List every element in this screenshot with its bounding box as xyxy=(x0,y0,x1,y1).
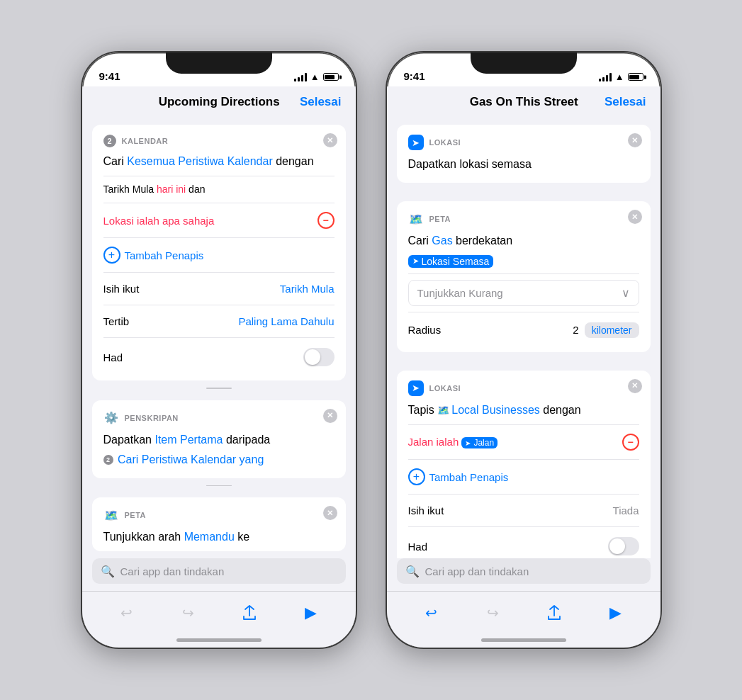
radius-value: 2 xyxy=(573,324,578,336)
gas-link[interactable]: Gas xyxy=(432,235,452,247)
sort-value-1[interactable]: Tarikh Mula xyxy=(280,283,335,295)
drag-handle-2 xyxy=(206,485,232,487)
gear-icon: ⚙️ xyxy=(103,410,119,426)
add-filter-label-1[interactable]: Tambah Penapis xyxy=(125,249,204,261)
maps-close-btn-1[interactable]: ✕ xyxy=(323,506,337,520)
divider-3 xyxy=(103,237,335,238)
location-icon-1: ➤ xyxy=(408,135,424,150)
search-bar-1[interactable]: 🔍 Cari app dan tindakan xyxy=(92,558,346,584)
home-indicator-2 xyxy=(481,638,566,642)
location-close-btn-1[interactable]: ✕ xyxy=(628,133,642,147)
hari-ini-link[interactable]: hari ini xyxy=(157,184,186,195)
divider-9 xyxy=(408,424,639,425)
lokasi-semasa-badge[interactable]: ➤ Lokasi Semasa xyxy=(408,254,639,268)
maps-label-2: PETA xyxy=(429,215,451,223)
status-time-2: 9:41 xyxy=(404,70,425,82)
sort-row-1: Isih ikut Tarikh Mula xyxy=(103,278,335,299)
maps-card-1: 🗺️ PETA ✕ Tunjukkan arah Memandu ke xyxy=(92,497,346,551)
nav-bar-2: Gas On This Street Selesai xyxy=(387,86,661,118)
page-title-1: Upcoming Directions xyxy=(159,95,280,109)
item-pertama-link[interactable]: Item Pertama xyxy=(154,434,223,446)
dropdown-row-1[interactable]: Tunjukkan Kurang ∨ xyxy=(408,280,639,306)
status-time-1: 9:41 xyxy=(99,70,120,82)
daripada-text: daripada xyxy=(223,434,270,446)
notch-2 xyxy=(471,52,577,74)
calendar-close-btn[interactable]: ✕ xyxy=(323,133,337,147)
calendar-card: 2 KALENDAR ✕ Cari Kesemua Peristiwa Kale… xyxy=(92,125,346,380)
jalan-badge[interactable]: ➤ Jalan xyxy=(461,437,498,448)
play-button-2[interactable]: ▶ xyxy=(602,600,628,626)
play-button-1[interactable]: ▶ xyxy=(298,600,323,626)
add-filter-plus-2[interactable]: + xyxy=(408,468,425,485)
calendar-card-header: 2 KALENDAR xyxy=(103,135,335,147)
signal-icon-2 xyxy=(599,73,612,81)
wifi-icon-2: ▲ xyxy=(615,72,624,82)
nav-bar-1: Upcoming Directions Selesai xyxy=(82,86,356,118)
ke-text: ke xyxy=(235,531,249,543)
sort-label-1: Isih ikut xyxy=(103,283,140,295)
dengan-text-2: dengan xyxy=(540,404,581,416)
search-bar-2[interactable]: 🔍 Cari app dan tindakan xyxy=(397,558,651,584)
tarikh-prefix: Tarikh Mula xyxy=(103,184,157,195)
lokasi-label-2: LOKASI xyxy=(429,384,461,393)
divider-10 xyxy=(408,459,639,460)
done-button-2[interactable]: Selesai xyxy=(605,95,646,109)
redo-button-1: ↪ xyxy=(175,600,201,626)
limit-row-1: Had xyxy=(103,344,335,371)
cari-peristiwa-link[interactable]: Cari Peristiwa Kalendar yang xyxy=(118,453,264,465)
cari-text: Cari xyxy=(103,155,128,167)
location-card-header-2: ➤ LOKASI xyxy=(408,380,639,396)
limit-toggle-2[interactable] xyxy=(608,537,639,555)
phone-content-2: ➤ LOKASI ✕ Dapatkan lokasi semasa 🗺️ PET… xyxy=(387,118,661,591)
sort-row-2: Isih ikut Tiada xyxy=(408,500,639,521)
share-button-1[interactable] xyxy=(237,600,262,626)
maps-close-btn-2[interactable]: ✕ xyxy=(628,210,642,224)
divider-4 xyxy=(103,272,335,273)
calendar-badge: 2 xyxy=(103,135,116,147)
share-button-2[interactable] xyxy=(541,600,567,626)
radius-unit-pill[interactable]: kilometer xyxy=(585,322,639,338)
local-businesses-link[interactable]: Local Businesses xyxy=(451,402,540,419)
divider-1 xyxy=(103,176,335,176)
limit-label-2: Had xyxy=(408,541,428,553)
phone-2: 9:41 ▲ Gas On This Street Selesai ➤ xyxy=(386,51,662,649)
filter-text-1[interactable]: Lokasi ialah apa sahaja xyxy=(103,215,215,227)
undo-button-1: ↩ xyxy=(114,600,140,626)
battery-icon-2 xyxy=(628,73,643,81)
calendar-card-text: Cari Kesemua Peristiwa Kalendar dengan xyxy=(103,153,335,170)
local-businesses-badge[interactable]: 🗺️Local Businesses xyxy=(437,402,540,419)
radius-label: Radius xyxy=(408,324,442,336)
location-close-btn-2[interactable]: ✕ xyxy=(628,379,642,393)
scripting-card: ⚙️ PENSKRIPAN ✕ Dapatkan Item Pertama da… xyxy=(92,400,346,478)
undo-button-2[interactable]: ↩ xyxy=(419,600,444,626)
kesemua-peristiwa-link[interactable]: Kesemua Peristiwa Kalendar xyxy=(127,155,272,167)
phone-content-1: 2 KALENDAR ✕ Cari Kesemua Peristiwa Kale… xyxy=(82,118,356,591)
scripting-close-btn[interactable]: ✕ xyxy=(323,409,337,423)
cari-gas-text: Cari Gas berdekatan xyxy=(408,232,639,249)
memandu-link[interactable]: Memandu xyxy=(184,531,235,543)
filter-row-2: Jalan ialah ➤ Jalan − xyxy=(408,431,639,453)
divider-5 xyxy=(103,305,335,305)
dengan-text: dengan xyxy=(273,155,314,167)
battery-icon-1 xyxy=(323,73,339,81)
remove-filter-btn-2[interactable]: − xyxy=(622,434,639,451)
add-filter-label-2[interactable]: Tambah Penapis xyxy=(429,471,509,483)
remove-filter-btn-1[interactable]: − xyxy=(317,212,335,229)
done-button-1[interactable]: Selesai xyxy=(300,95,342,109)
jalan-text: Jalan xyxy=(473,438,494,448)
location-card-1: ➤ LOKASI ✕ Dapatkan lokasi semasa xyxy=(397,125,651,183)
maps-card-header-2: 🗺️ PETA xyxy=(408,211,639,227)
sort-value-2[interactable]: Tiada xyxy=(613,504,639,516)
order-value-1[interactable]: Paling Lama Dahulu xyxy=(238,315,334,327)
scroll-area-2: ➤ LOKASI ✕ Dapatkan lokasi semasa 🗺️ PET… xyxy=(387,118,661,558)
maps-icon-2: 🗺️ xyxy=(408,211,424,227)
page-title-2: Gas On This Street xyxy=(470,95,578,109)
order-row-1: Tertib Paling Lama Dahulu xyxy=(103,311,335,332)
lokasi-semasa-pill[interactable]: ➤ Lokasi Semasa xyxy=(408,255,494,268)
limit-toggle-1[interactable] xyxy=(303,348,335,366)
tarikh-row: Tarikh Mula hari ini dan xyxy=(103,182,335,197)
dapatkan-text: Dapatkan xyxy=(103,434,155,446)
jalan-ialah-text[interactable]: Jalan ialah xyxy=(408,436,462,448)
status-icons-1: ▲ xyxy=(294,72,339,82)
add-filter-plus-1[interactable]: + xyxy=(103,247,120,264)
